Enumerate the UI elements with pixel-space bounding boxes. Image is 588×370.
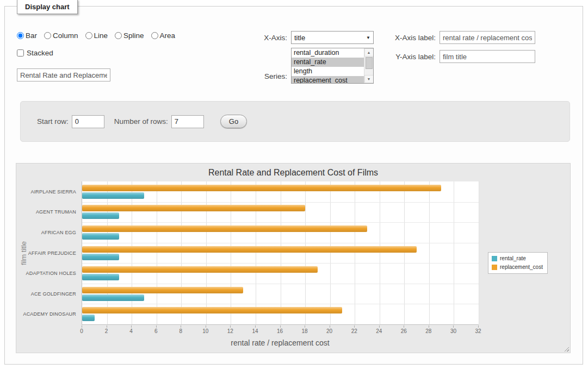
stacked-option[interactable]: Stacked (17, 49, 53, 57)
x-axis-field-row: X-Axis: title ▼ (249, 31, 374, 44)
chart-title-input[interactable] (17, 68, 110, 81)
plot-area (82, 181, 479, 325)
chart-type-radio-bar[interactable] (17, 32, 24, 39)
bar-replacement_cost[interactable] (82, 246, 417, 253)
x-tick-label: 2 (105, 328, 108, 334)
row-controls-panel: Start row: Number of rows: Go (20, 101, 570, 142)
x-tick-label: 16 (277, 328, 283, 334)
scroll-down-button[interactable]: ▼ (364, 75, 374, 83)
series-option-replacement_cost[interactable]: replacement_cost (292, 76, 364, 83)
chart-type-radio-area[interactable] (151, 32, 158, 39)
chart-type-option-column[interactable]: Column (44, 32, 78, 40)
x-tick-label: 20 (326, 328, 332, 334)
scroll-up-icon: ▲ (367, 51, 371, 54)
series-field-row: Series: rental_durationrental_ratelength… (249, 48, 374, 84)
gridline-horizontal (82, 304, 479, 304)
x-tick-mark (82, 325, 82, 328)
x-axis-label-field-row: X-Axis label: (380, 31, 535, 44)
x-tick-label: 0 (80, 328, 83, 334)
legend-label: replacement_cost (500, 264, 543, 270)
chart-type-radio-spline[interactable] (115, 32, 122, 39)
gridline-vertical (479, 181, 479, 324)
x-tick-mark (206, 325, 206, 328)
chart-type-option-spline[interactable]: Spline (115, 32, 144, 40)
gridline-horizontal (82, 263, 479, 264)
x-tick-label: 18 (302, 328, 308, 334)
x-axis-label-label: X-Axis label: (380, 34, 436, 42)
series-listbox[interactable]: rental_durationrental_ratelengthreplacem… (292, 48, 364, 83)
stacked-checkbox[interactable] (17, 49, 24, 57)
gridline-vertical (206, 181, 207, 324)
gridline-vertical (157, 181, 157, 324)
bar-rental_rate[interactable] (82, 233, 119, 240)
resize-handle-icon[interactable] (563, 346, 569, 352)
y-axis-label-input[interactable] (440, 50, 535, 63)
gridline-vertical (132, 181, 132, 324)
gridline-horizontal (82, 202, 479, 203)
bar-rental_rate[interactable] (82, 274, 119, 280)
chart-title: Rental Rate and Replacement Cost of Film… (16, 168, 570, 178)
chart-type-option-line[interactable]: Line (85, 32, 108, 40)
x-tick-mark (330, 325, 330, 328)
bar-rental_rate[interactable] (82, 315, 95, 321)
x-axis-select[interactable]: title (291, 31, 374, 44)
x-tick-label: 14 (252, 328, 258, 334)
bar-replacement_cost[interactable] (82, 225, 367, 232)
scroll-up-button[interactable]: ▲ (364, 48, 374, 57)
x-tick-mark (280, 325, 281, 328)
chart-legend: rental_ratereplacement_cost (488, 252, 548, 274)
gridline-vertical (231, 181, 231, 324)
series-option-length[interactable]: length (292, 67, 364, 76)
x-tick-label: 30 (450, 328, 456, 334)
x-tick-mark (379, 325, 380, 328)
legend-swatch (492, 265, 497, 270)
start-row-input[interactable] (72, 115, 104, 128)
x-tick-label: 28 (425, 328, 431, 334)
listbox-scrollbar[interactable]: ▲ ▼ (364, 48, 373, 83)
chart-type-option-label: Column (53, 32, 78, 40)
x-axis-label-input[interactable] (440, 31, 535, 44)
x-axis-ticks: 02468101214161820222426283032 (82, 325, 479, 335)
legend-item-replacement_cost[interactable]: replacement_cost (492, 264, 543, 270)
bar-replacement_cost[interactable] (82, 205, 305, 211)
bar-replacement_cost[interactable] (82, 287, 243, 293)
gridline-horizontal (82, 284, 479, 284)
category-axis: AIRPLANE SIERRAAGENT TRUMANAFRICAN EGGAF… (16, 181, 78, 325)
bar-rental_rate[interactable] (82, 212, 119, 219)
go-button[interactable]: Go (220, 115, 247, 128)
gridline-vertical (380, 181, 380, 324)
category-label: ACE GOLDFINGER (31, 291, 76, 297)
series-option-rental_rate[interactable]: rental_rate (292, 58, 364, 67)
x-axis-title: rental rate / replacement cost (82, 338, 479, 347)
bar-rental_rate[interactable] (82, 192, 144, 199)
chart-type-radio-group: BarColumnLineSplineArea (17, 32, 175, 40)
chart-type-option-bar[interactable]: Bar (17, 32, 37, 40)
bar-rental_rate[interactable] (82, 294, 144, 301)
gridline-vertical (107, 181, 108, 324)
chart-type-option-label: Area (160, 32, 176, 40)
series-listbox-wrap: rental_durationrental_ratelengthreplacem… (291, 48, 374, 84)
number-of-rows-input[interactable] (171, 115, 204, 128)
chart-type-option-area[interactable]: Area (151, 32, 176, 40)
display-chart-panel: Display chart BarColumnLineSplineArea St… (4, 6, 583, 365)
gridline-vertical (256, 181, 256, 324)
x-tick-mark (181, 325, 181, 328)
chart-type-radio-column[interactable] (44, 32, 51, 39)
x-axis-select-wrap: title ▼ (291, 31, 374, 44)
scrollbar-thumb[interactable] (366, 57, 373, 69)
chart-type-option-label: Bar (26, 32, 37, 40)
x-tick-mark (354, 325, 355, 328)
series-option-rental_duration[interactable]: rental_duration (292, 48, 364, 58)
bar-replacement_cost[interactable] (82, 185, 441, 191)
x-tick-label: 24 (376, 328, 382, 334)
bar-replacement_cost[interactable] (82, 266, 318, 273)
bar-rental_rate[interactable] (82, 254, 119, 260)
x-tick-mark (230, 325, 231, 328)
chart-type-option-label: Spline (123, 32, 144, 40)
bar-replacement_cost[interactable] (82, 307, 342, 313)
x-tick-mark (305, 325, 305, 328)
legend-swatch (492, 256, 497, 261)
legend-item-rental_rate[interactable]: rental_rate (492, 255, 543, 261)
chart-type-radio-line[interactable] (85, 32, 92, 39)
series-label: Series: (249, 72, 287, 84)
